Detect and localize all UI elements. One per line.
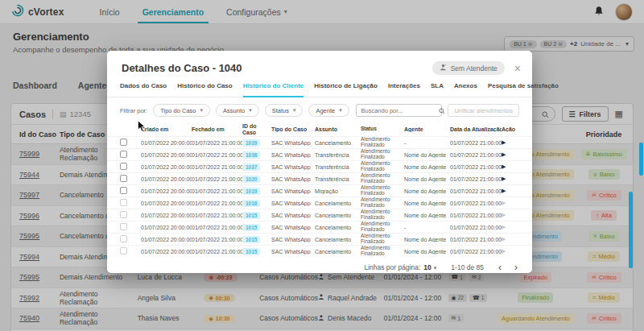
row-checkbox[interactable] [120, 199, 127, 206]
case-type: SAC WhatsApp [271, 152, 315, 158]
tab-historico-do-caso[interactable]: Histórico do Caso [177, 82, 232, 97]
history-search-field[interactable] [356, 104, 442, 117]
filter-tipo-do-caso[interactable]: Tipo do Caso▾ [153, 104, 210, 117]
case-id-badge[interactable]: 1018 [242, 200, 260, 207]
tab-dados-do-caso[interactable]: Dados do Caso [120, 82, 167, 97]
close-icon[interactable]: × [514, 63, 521, 74]
page-scrollbar-thumb[interactable] [639, 143, 643, 176]
agent-name: Nome do Agente [404, 249, 450, 254]
tab-historico-do-cliente[interactable]: Histórico do Cliente [243, 82, 304, 97]
subject: Cancelamento [315, 237, 361, 242]
tab-pesquisa-de-satisfacao[interactable]: Pesquisa de satisfação [488, 82, 559, 97]
agent-name: - [404, 225, 450, 230]
case-id-badge[interactable]: 1037 [242, 163, 260, 171]
play-icon[interactable]: ▶ [502, 212, 506, 217]
person-slash-icon [440, 64, 447, 72]
play-icon[interactable]: ▶ [502, 176, 506, 181]
filter-assunto[interactable]: Assunto▾ [216, 104, 259, 117]
play-icon[interactable]: ▶ [502, 139, 506, 145]
previous-page-button[interactable]: ‹ [498, 263, 502, 272]
chevron-down-icon: ▾ [249, 107, 252, 114]
row-checkbox[interactable] [120, 163, 127, 170]
col-data-da-atualizacao: Data da Atualização [450, 126, 502, 133]
case-id-badge[interactable]: 1039 [242, 139, 260, 147]
unify-attendances-button[interactable]: Unificar atendimentos [448, 104, 519, 117]
play-icon[interactable]: ▶ [502, 224, 506, 230]
status: Atendimento Finalizado [361, 234, 404, 244]
chevron-down-icon: ▾ [339, 107, 342, 114]
status: Atendimento Finalizado [361, 161, 404, 172]
updated-at: 01/07/2022 21:00:00 [450, 213, 502, 218]
row-checkbox[interactable] [120, 211, 127, 218]
closed-at: 01/07/2022 21:00:00 [192, 213, 242, 218]
agent-name: Nome do Agente [404, 176, 450, 182]
history-row: 01/07/2022 20:00:00 01/07/2022 21:00:00 … [107, 136, 532, 148]
col-tipo-do-caso: Tipo do Caso [271, 126, 315, 133]
case-id-badge[interactable]: 1019 [242, 188, 260, 195]
case-id-badge[interactable]: 1015 [242, 236, 260, 243]
play-icon[interactable]: ▶ [502, 200, 506, 205]
row-checkbox[interactable] [120, 235, 127, 242]
col-acao: Ação [502, 126, 519, 133]
play-icon[interactable]: ▶ [502, 151, 506, 157]
play-icon[interactable]: ▶ [502, 163, 506, 169]
closed-at: 01/07/2022 21:00:00 [192, 201, 242, 206]
case-id-badge[interactable]: 1015 [242, 248, 260, 255]
next-page-button[interactable]: › [514, 263, 518, 272]
subject: Transferência [315, 152, 361, 158]
row-checkbox[interactable] [120, 223, 127, 230]
pagination-range: 1-10 de 85 [451, 263, 484, 271]
modal-tabs: Dados do Caso Histórico do Caso Históric… [107, 82, 532, 97]
col-fechado-em: Fechado em [192, 126, 242, 133]
table-scrollbar-thumb[interactable] [629, 192, 633, 268]
case-type: SAC WhatsApp [271, 201, 315, 206]
created-at: 01/07/2022 20:00:00 [141, 213, 192, 218]
history-row: 01/07/2022 20:00:00 01/07/2022 21:00:00 … [107, 172, 532, 184]
closed-at: 01/07/2022 21:00:00 [192, 225, 242, 230]
case-id-badge[interactable]: 1038 [242, 151, 260, 159]
filter-agente[interactable]: Agente▾ [308, 104, 349, 117]
created-at: 01/07/2022 20:00:00 [141, 164, 192, 170]
status: Atendimento Finalizado [361, 185, 404, 196]
row-checkbox[interactable] [120, 175, 127, 182]
modal-filter-bar: Filtrar por: Tipo do Caso▾ Assunto▾ Stat… [107, 104, 532, 117]
tab-anexos[interactable]: Anexos [454, 82, 477, 97]
row-checkbox[interactable] [120, 151, 127, 158]
row-checkbox[interactable] [120, 187, 127, 194]
col-agente: Agente [404, 126, 450, 133]
row-checkbox[interactable] [120, 139, 127, 146]
search-input[interactable] [361, 107, 439, 114]
play-icon[interactable]: ▶ [502, 236, 506, 242]
case-id-badge[interactable]: 1020 [242, 176, 260, 183]
agent-name: Nome do Agente [404, 152, 450, 158]
case-id-badge[interactable]: 1015 [242, 224, 260, 231]
agent-name: - [404, 140, 450, 146]
updated-at: 01/07/2022 21:00:00 [450, 164, 502, 170]
mouse-cursor [137, 120, 146, 136]
row-checkbox[interactable] [120, 247, 127, 254]
case-type: SAC WhatsApp [271, 164, 315, 170]
subject: Transferência [315, 176, 361, 182]
play-icon[interactable]: ▶ [502, 188, 506, 193]
filter-status[interactable]: Status▾ [265, 104, 303, 117]
agent-name: Nome do Agente [404, 201, 450, 206]
tab-interacoes[interactable]: Interações [388, 82, 420, 97]
no-agent-badge: Sem Atendente [432, 61, 505, 75]
tab-sla[interactable]: SLA [431, 82, 444, 97]
closed-at: 01/07/2022 21:00:00 [192, 237, 242, 242]
status: Atendimento Finalizado [361, 149, 404, 159]
created-at: 01/07/2022 20:00:00 [141, 176, 192, 182]
history-row: 01/07/2022 20:00:00 01/07/2022 21:00:00 … [107, 148, 532, 160]
rows-per-page-value[interactable]: 10 [423, 263, 431, 271]
tab-historico-de-ligacao[interactable]: Histórico de Ligação [314, 82, 378, 97]
col-assunto: Assunto [315, 126, 361, 133]
case-type: SAC WhatsApp [271, 176, 315, 182]
subject: Migração [315, 188, 361, 194]
play-icon[interactable]: ▶ [502, 248, 506, 254]
history-table-header: Criado em Fechado em ID do Caso Tipo do … [107, 122, 532, 136]
history-row: 01/07/2022 20:00:00 01/07/2022 21:00:00 … [107, 197, 532, 209]
closed-at: 01/07/2022 21:00:00 [192, 164, 242, 170]
case-id-badge[interactable]: 1015 [242, 212, 260, 219]
created-at: 01/07/2022 20:00:00 [141, 237, 192, 242]
subject: Cancelamento [315, 201, 361, 206]
